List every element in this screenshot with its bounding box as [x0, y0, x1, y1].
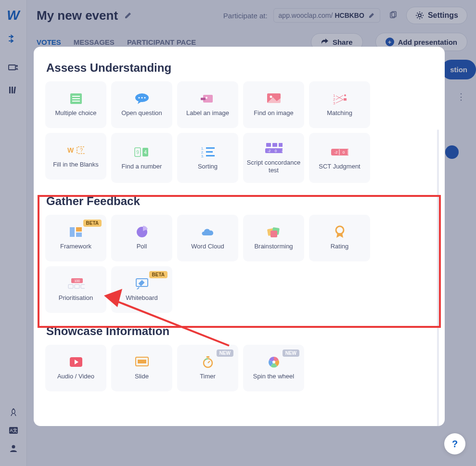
card-brainstorming[interactable]: Brainstorming — [243, 215, 304, 261]
svg-text:3: 3 — [333, 101, 335, 104]
card-framework[interactable]: BETA Framework — [45, 215, 106, 261]
card-multiple-choice[interactable]: Multiple choice — [45, 81, 106, 128]
new-badge: NEW — [283, 350, 299, 357]
card-label: Multiple choice — [52, 109, 100, 117]
card-label-image[interactable]: Label an image — [177, 81, 238, 128]
svg-rect-38 — [206, 155, 215, 156]
svg-rect-25 — [344, 98, 347, 101]
svg-rect-62 — [81, 285, 85, 288]
card-find-image[interactable]: Find on image — [243, 81, 304, 128]
card-sorting[interactable]: 1.2.3. Sorting — [177, 133, 238, 183]
card-label: Framework — [57, 243, 94, 250]
section-title-assess: Assess Understanding — [46, 61, 433, 75]
svg-text:0: 0 — [342, 150, 345, 155]
matching-icon: 123 — [331, 92, 348, 105]
svg-text:0: 0 — [275, 149, 277, 153]
svg-rect-56 — [270, 231, 277, 237]
card-label: Matching — [324, 109, 355, 117]
svg-point-15 — [144, 97, 145, 99]
sorting-icon: 1.2.3. — [199, 145, 217, 159]
pie-chart-icon — [133, 225, 151, 239]
svg-text:1.: 1. — [201, 147, 204, 150]
speech-bubble-icon — [133, 92, 151, 105]
card-label: SCT Judgment — [316, 163, 363, 170]
beta-badge: BETA — [83, 220, 102, 227]
card-timer[interactable]: NEW Timer — [177, 345, 238, 391]
svg-text:?: ? — [79, 147, 82, 153]
ribbon-icon — [331, 225, 348, 239]
card-label: Label an image — [183, 109, 232, 117]
card-word-cloud[interactable]: Word Cloud — [177, 215, 238, 261]
beta-badge: BETA — [149, 271, 167, 278]
section-title-feedback: Gather Feedback — [46, 194, 433, 208]
svg-text:3.: 3. — [201, 155, 204, 158]
card-matching[interactable]: 123 Matching — [309, 81, 370, 128]
svg-rect-18 — [201, 98, 206, 100]
showcase-grid: Audio / Video Slide NEW Timer NEW Spin t… — [45, 345, 433, 391]
card-prioritisation[interactable]: 100 Prioritisation — [45, 266, 106, 313]
stopwatch-icon — [199, 355, 217, 369]
card-fill-blanks[interactable]: W? Fill in the Blanks — [45, 133, 106, 180]
cloud-icon — [199, 225, 217, 239]
svg-point-17 — [206, 97, 207, 99]
card-label: Word Cloud — [188, 243, 227, 250]
svg-rect-50 — [70, 227, 75, 237]
svg-rect-60 — [68, 285, 73, 288]
scrollbar[interactable] — [437, 129, 439, 426]
svg-text:2: 2 — [282, 149, 283, 153]
section-title-showcase: Showcase Information — [46, 324, 433, 338]
card-label: Fill in the Blanks — [50, 161, 102, 168]
svg-text:W: W — [67, 146, 74, 154]
label-image-icon — [199, 92, 217, 105]
card-label: Find on image — [251, 109, 296, 117]
card-whiteboard[interactable]: BETA Whiteboard — [111, 266, 172, 313]
card-label: Audio / Video — [54, 373, 97, 380]
svg-rect-40 — [272, 143, 277, 147]
card-label: Spin the wheel — [250, 373, 297, 380]
card-label: Slide — [132, 373, 152, 380]
card-label: Find a number — [119, 163, 165, 170]
svg-text:100: 100 — [74, 279, 80, 283]
notes-icon — [265, 225, 283, 239]
card-find-number[interactable]: 94 Find a number — [111, 133, 172, 183]
priority-icon: 100 — [67, 277, 85, 290]
svg-text:-2: -2 — [334, 150, 338, 155]
card-script-concordance[interactable]: -202 Script concordance test — [243, 133, 304, 183]
svg-rect-46 — [331, 149, 348, 155]
list-check-icon — [67, 92, 85, 105]
svg-text:-2: -2 — [267, 149, 270, 153]
card-rating[interactable]: Rating — [309, 215, 370, 261]
help-button[interactable]: ? — [444, 433, 465, 454]
new-badge: NEW — [217, 350, 233, 357]
svg-point-57 — [336, 226, 344, 234]
card-label: Prioritisation — [56, 294, 96, 302]
card-slide[interactable]: Slide — [111, 345, 172, 391]
svg-rect-41 — [279, 143, 283, 147]
sct-icon: -202 — [265, 142, 283, 155]
sct-judgment-icon: -202 — [331, 145, 348, 159]
framework-icon — [67, 225, 85, 239]
card-label: Rating — [328, 243, 352, 250]
slide-icon — [133, 355, 151, 369]
svg-point-20 — [270, 96, 272, 98]
svg-point-24 — [344, 94, 346, 96]
question-type-modal: Assess Understanding Multiple choice Ope… — [34, 47, 445, 426]
svg-point-14 — [141, 97, 142, 99]
card-poll[interactable]: Poll — [111, 215, 172, 261]
svg-rect-39 — [266, 143, 271, 147]
svg-rect-51 — [76, 227, 82, 232]
card-label: Open question — [118, 109, 165, 117]
svg-rect-61 — [75, 285, 79, 288]
card-sct-judgment[interactable]: -202 SCT Judgment — [309, 133, 370, 183]
feedback-grid: BETA Framework Poll Word Cloud Brainstor… — [45, 215, 433, 313]
card-open-question[interactable]: Open question — [111, 81, 172, 128]
card-label: Script concordance test — [243, 159, 304, 175]
card-label: Timer — [197, 373, 219, 380]
whiteboard-icon — [133, 277, 151, 290]
card-label: Poll — [134, 243, 150, 250]
card-audio-video[interactable]: Audio / Video — [45, 345, 106, 391]
card-spin-wheel[interactable]: NEW Spin the wheel — [243, 345, 304, 391]
svg-text:4: 4 — [144, 150, 147, 155]
fill-blanks-icon: W? — [67, 143, 85, 157]
svg-rect-36 — [206, 151, 213, 153]
